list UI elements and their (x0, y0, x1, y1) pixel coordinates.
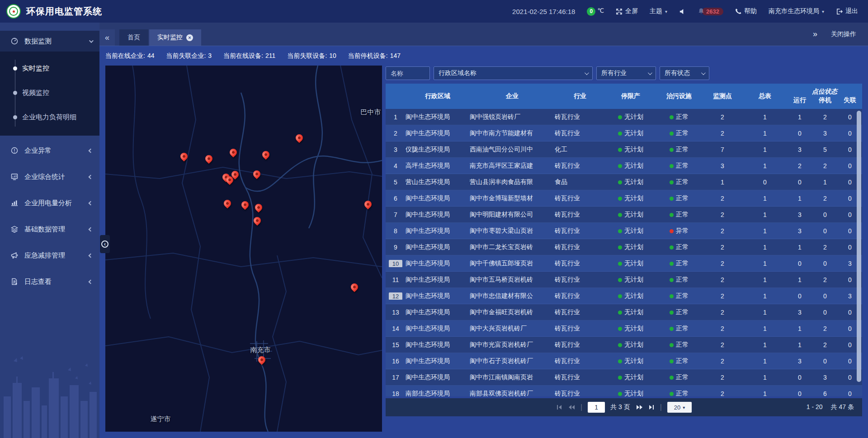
tab-0[interactable]: 首页 (119, 29, 148, 46)
table-row[interactable]: 4高坪生态环境局南充市高坪区王家店建砖瓦行业无计划正常31220 (386, 158, 862, 174)
map-pin[interactable] (349, 282, 360, 292)
cell-stopped: 0 (812, 211, 838, 218)
map-pin[interactable] (254, 203, 264, 213)
region-filter-select[interactable]: 行政区域名称 (434, 66, 593, 80)
sidebar-item-6[interactable]: 日志查看 (0, 270, 99, 293)
table-row[interactable]: 11阆中生态环境局阆中市五马桥页岩机砖砖瓦行业无计划正常21120 (386, 272, 862, 288)
map-pin[interactable] (252, 216, 263, 226)
cell-meters: 1 (743, 130, 787, 137)
table-row[interactable]: 15阆中生态环境局阆中市光富页岩机砖厂砖瓦行业无计划正常21120 (386, 337, 862, 353)
next-page-button[interactable] (636, 404, 643, 410)
table-row[interactable]: 5营山生态环境局营山县润丰肉食品有限食品无计划正常10010 (386, 174, 862, 190)
sidebar-subitem[interactable]: 实时监控 (0, 56, 99, 80)
sidebar-item-5[interactable]: 应急减排管理 (0, 244, 99, 267)
status-dot (618, 148, 622, 152)
stat-value: 3 (208, 52, 212, 59)
map-pin[interactable] (252, 169, 262, 179)
cell-meters: 1 (743, 276, 787, 283)
table-row[interactable]: 6阆中生态环境局阆中市金博瑞新型墙材砖瓦行业无计划正常21120 (386, 190, 862, 207)
sidebar-item-4[interactable]: 基础数据管理 (0, 218, 99, 240)
enterprise-table: 行政区域 企业 行业 停限产 治污设施 监测点 总表 点位状态 运行 停机 失联… (386, 84, 862, 396)
cell-company: 营山县润丰肉食品有限 (470, 178, 555, 186)
map-collapse-handle[interactable]: ‹ (100, 235, 110, 253)
phone-icon (735, 8, 741, 14)
map-pin[interactable] (257, 355, 267, 365)
map-pin[interactable] (222, 198, 233, 209)
table-row[interactable]: 7阆中生态环境局阆中明阳建材有限公司砖瓦行业无计划正常21300 (386, 207, 862, 223)
name-filter-field (386, 66, 430, 80)
map-pin[interactable] (261, 150, 271, 160)
bell-icon (698, 8, 705, 15)
sidebar-item-2[interactable]: 企业综合统计 (0, 165, 99, 188)
cell-region: 阆中生态环境局 (406, 292, 470, 300)
cell-index: 18 (386, 390, 406, 397)
page-size-select[interactable]: 20 ▾ (667, 402, 692, 413)
cell-stop-status: 无计划 (605, 390, 656, 397)
table-row[interactable]: 17阆中生态环境局阆中市江南镇阆南页岩砖瓦行业无计划正常21030 (386, 369, 862, 386)
sidebar-item-3[interactable]: 企业用电量分析 (0, 192, 99, 214)
table-row[interactable]: 1阆中生态环境局阆中强锐页岩砖厂砖瓦行业无计划正常21120 (386, 109, 862, 125)
industry-filter-select[interactable]: 所有行业 (596, 66, 656, 80)
map-pin[interactable] (204, 154, 214, 164)
table-row[interactable]: 18南部生态环境局南部县双佛页岩机砖厂砖瓦行业无计划正常21060 (386, 386, 862, 396)
tabs-scroll-left-button[interactable]: « (99, 29, 115, 46)
table-row[interactable]: 14阆中生态环境局阆中大兴页岩机砖厂砖瓦行业无计划正常21120 (386, 320, 862, 337)
notifications-button[interactable]: 2632 (698, 8, 723, 15)
table-row[interactable]: 2阆中生态环境局阆中市南方节能建材有砖瓦行业无计划正常21030 (386, 125, 862, 141)
status-filter-select[interactable]: 所有状态 (660, 66, 709, 80)
sidebar-item-0[interactable]: 数据监测 (0, 31, 99, 52)
table-row[interactable]: 16阆中生态环境局阆中市石子页岩机砖厂砖瓦行业无计划正常21300 (386, 353, 862, 369)
close-operations-button[interactable]: 关闭操作 (831, 30, 856, 38)
org-dropdown[interactable]: 南充市生态环境局 ▾ (769, 7, 824, 15)
logout-button[interactable]: 退出 (836, 7, 858, 15)
cell-index: 13 (386, 309, 406, 316)
sidebar-item-1[interactable]: 企业异常 (0, 139, 99, 162)
stats-window-icon (10, 172, 19, 181)
prev-page-button[interactable] (568, 404, 575, 410)
close-tab-icon[interactable]: × (186, 34, 193, 41)
cell-meters: 1 (743, 374, 787, 381)
cell-meters: 1 (743, 244, 787, 251)
theme-dropdown[interactable]: 主题 ▾ (650, 7, 667, 15)
cell-run: 3 (787, 227, 812, 235)
cell-stop-status: 无计划 (605, 178, 656, 186)
first-page-button[interactable] (556, 404, 562, 410)
sound-mute-button[interactable] (679, 8, 686, 15)
map-pin[interactable] (179, 151, 189, 162)
table-row[interactable]: 10阆中生态环境局阆中千佛镇五郎垭页岩砖瓦行业无计划正常21003 (386, 255, 862, 272)
col-company: 企业 (470, 92, 555, 100)
map-panel[interactable]: 巴中市南充市遂宁市 (105, 66, 382, 432)
table-row[interactable]: 3仪陇生态环境局西南油气田分公司川中化工无计划正常71350 (386, 141, 862, 158)
sidebar-subitem-label: 企业电力负荷明细 (22, 113, 76, 122)
table-scrollbar[interactable] (857, 111, 861, 382)
sidebar-subitem[interactable]: 视频监控 (0, 80, 99, 105)
name-filter-input[interactable] (391, 70, 425, 77)
map-pin[interactable] (228, 147, 239, 158)
table-row[interactable]: 9阆中生态环境局阆中市二龙长宝页岩砖砖瓦行业无计划正常21120 (386, 239, 862, 255)
fullscreen-button[interactable]: 全屏 (616, 7, 638, 15)
status-dot (618, 213, 622, 217)
table-row[interactable]: 13阆中生态环境局阆中市金福旺页岩机砖砖瓦行业无计划正常21300 (386, 304, 862, 320)
cell-stop-status: 无计划 (605, 211, 656, 219)
cell-facility-status: 异常 (656, 227, 702, 235)
cell-company: 阆中市金博瑞新型墙材 (470, 194, 555, 203)
help-button[interactable]: 帮助 (735, 7, 757, 15)
bullet-icon (13, 115, 17, 119)
last-page-button[interactable] (648, 404, 655, 410)
cell-stopped: 0 (812, 309, 838, 316)
cell-stopped: 5 (812, 146, 838, 153)
cell-facility-status: 正常 (656, 325, 702, 333)
stat-label: 当前失联设备: (287, 52, 327, 59)
map-pin[interactable] (240, 200, 250, 210)
tab-1[interactable]: 实时监控× (149, 29, 201, 46)
table-row[interactable]: 8阆中生态环境局阆中市枣碧大梁山页岩砖瓦行业无计划异常21300 (386, 223, 862, 239)
cell-points: 2 (702, 260, 743, 267)
sidebar-subitem-label: 实时监控 (22, 64, 49, 73)
table-row[interactable]: 12阆中生态环境局阆中市忠信建材有限公砖瓦行业无计划正常21003 (386, 288, 862, 304)
cell-stopped: 2 (812, 325, 838, 332)
map-pin[interactable] (363, 199, 373, 210)
tabs-scroll-right-button[interactable]: » (813, 29, 817, 39)
sidebar-subitem[interactable]: 企业电力负荷明细 (0, 105, 99, 129)
map-pin[interactable] (294, 133, 305, 143)
page-input[interactable] (588, 402, 605, 413)
